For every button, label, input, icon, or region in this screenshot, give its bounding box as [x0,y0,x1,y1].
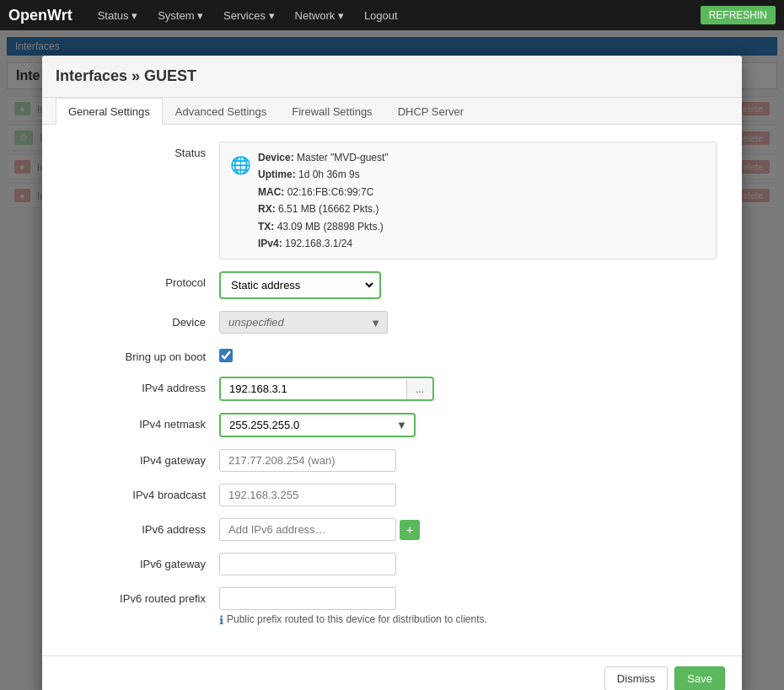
ipv6-address-row: IPv6 address + [67,518,717,541]
modal-overlay: Interfaces » GUEST General Settings Adva… [0,30,784,690]
device-select-wrap: unspecified ▼ [219,311,388,334]
netmask-arrow-icon: ▼ [389,415,414,436]
tab-general[interactable]: General Settings [56,98,163,125]
nav-network[interactable]: Network ▾ [287,4,352,27]
dismiss-button[interactable]: Dismiss [604,666,669,690]
boot-checkbox[interactable] [219,349,233,362]
ipv4-address-label: IPv4 address [67,377,219,394]
brand-logo: OpenWrt [8,7,72,24]
status-row: Status 🌐 Device: Master "MVD-guest" Upti… [67,142,717,259]
status-text: Device: Master "MVD-guest" Uptime: 1d 0h… [258,149,389,252]
ipv4-address-wrap: ... [219,377,717,401]
ipv4-netmask-row: IPv4 netmask 255.255.255.0 255.255.0.0 2… [67,413,717,437]
nav-logout[interactable]: Logout [356,4,406,27]
ipv6-address-wrap: + [219,518,717,541]
ipv6-prefix-input[interactable] [219,587,396,610]
modal-title: Interfaces » GUEST [56,67,196,84]
boot-label: Bring up on boot [67,345,219,363]
nav-services[interactable]: Services ▾ [215,4,282,27]
ipv4-netmask-field-wrap: 255.255.255.0 255.255.0.0 255.0.0.0 ▼ [219,413,416,437]
protocol-select[interactable]: Static address DHCP client Unmanaged [224,275,376,296]
ipv4-broadcast-label: IPv4 broadcast [67,484,219,501]
ipv6-address-input[interactable] [219,518,396,541]
tab-advanced[interactable]: Advanced Settings [163,98,279,125]
device-icon: 🌐 [230,151,251,179]
ipv6-gateway-input[interactable] [219,553,396,575]
device-row: Device unspecified ▼ [67,311,717,334]
modal-dialog: Interfaces » GUEST General Settings Adva… [42,56,742,690]
ipv4-address-field-wrap: ... [219,377,434,401]
nav-status[interactable]: Status ▾ [89,4,146,27]
ipv4-address-row: IPv4 address ... [67,377,717,401]
ipv4-address-input[interactable] [221,378,406,399]
protocol-label: Protocol [67,271,219,289]
boot-checkbox-wrap [219,345,717,365]
tab-firewall[interactable]: Firewall Settings [279,98,384,125]
ipv4-gateway-input[interactable] [219,449,396,472]
ipv6-gateway-label: IPv6 gateway [67,553,219,570]
nav-system[interactable]: System ▾ [149,4,212,27]
ipv4-gateway-wrap [219,449,717,472]
ipv6-gateway-wrap [219,553,717,575]
ipv4-gateway-row: IPv4 gateway [67,449,717,472]
page-background: Interfaces Inte ● Interface 1 elete ⚙ In… [0,30,784,690]
ipv6-address-field-wrap: + [219,518,420,541]
ipv6-prefix-wrap: ℹ Public prefix routed to this device fo… [219,587,717,627]
ipv4-netmask-wrap: 255.255.255.0 255.255.0.0 255.0.0.0 ▼ [219,413,717,437]
ipv4-broadcast-input[interactable] [219,484,396,506]
ipv4-netmask-select[interactable]: 255.255.255.0 255.255.0.0 255.0.0.0 [221,415,389,436]
modal-header: Interfaces » GUEST [42,56,742,98]
status-box: 🌐 Device: Master "MVD-guest" Uptime: 1d … [219,142,717,259]
boot-row: Bring up on boot [67,345,717,365]
ipv6-address-label: IPv6 address [67,518,219,536]
device-select[interactable]: unspecified [219,311,388,334]
ipv4-address-btn[interactable]: ... [406,379,432,399]
modal-tabs: General Settings Advanced Settings Firew… [42,98,742,125]
protocol-selector[interactable]: Static address DHCP client Unmanaged [219,271,381,299]
status-box-wrap: 🌐 Device: Master "MVD-guest" Uptime: 1d … [219,142,717,259]
ipv6-prefix-label: IPv6 routed prefix [67,587,219,605]
device-wrap: unspecified ▼ [219,311,717,334]
tab-dhcp[interactable]: DHCP Server [385,98,477,125]
help-icon: ℹ [219,613,223,627]
status-label: Status [67,142,219,159]
modal-body: Status 🌐 Device: Master "MVD-guest" Upti… [42,125,742,655]
ipv4-broadcast-wrap [219,484,717,506]
ipv4-netmask-label: IPv4 netmask [67,413,219,431]
top-navbar: OpenWrt Status ▾ System ▾ Services ▾ Net… [0,0,784,30]
ipv6-add-button[interactable]: + [400,520,420,540]
ipv4-broadcast-row: IPv4 broadcast [67,484,717,506]
modal-footer: Dismiss Save [42,655,742,690]
protocol-row: Protocol Static address DHCP client Unma… [67,271,717,299]
ipv6-prefix-row: IPv6 routed prefix ℹ Public prefix route… [67,587,717,627]
save-button[interactable]: Save [674,666,725,690]
ipv6-prefix-help: ℹ Public prefix routed to this device fo… [219,613,717,627]
ipv6-gateway-row: IPv6 gateway [67,553,717,575]
device-label: Device [67,311,219,329]
protocol-wrap: Static address DHCP client Unmanaged [219,271,717,299]
ipv4-gateway-label: IPv4 gateway [67,449,219,467]
ipv6-prefix-help-text: Public prefix routed to this device for … [227,613,487,625]
refresh-button[interactable]: REFRESHIN [701,6,776,24]
